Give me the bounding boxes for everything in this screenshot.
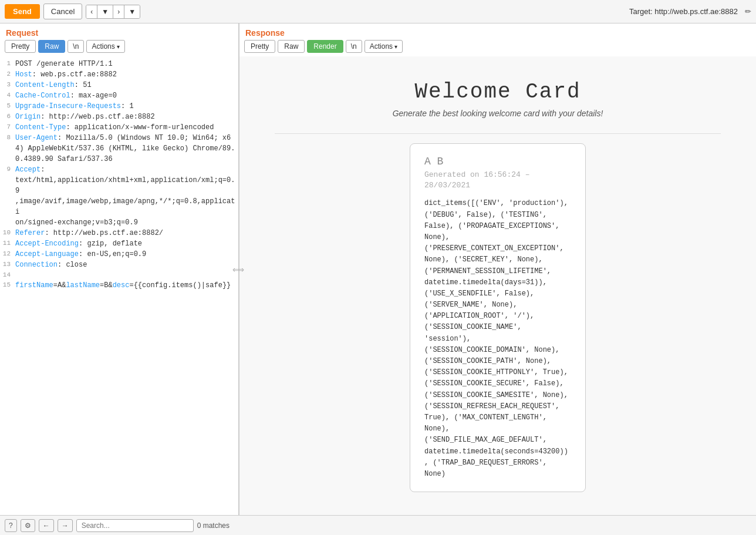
code-line: 3Content-Length: 51	[0, 80, 238, 90]
line-number: 11	[2, 238, 15, 249]
request-title: Request	[0, 23, 238, 40]
code-line: 4Cache-Control: max-age=0	[0, 90, 238, 101]
tab-request-actions[interactable]: Actions	[86, 40, 124, 53]
response-render-area: Welcome Card Generate the best looking w…	[239, 56, 756, 515]
line-content: Accept-Encoding: gzip, deflate	[15, 238, 142, 249]
code-line: 10Referer: http://web.ps.ctf.ae:8882/	[0, 228, 238, 238]
welcome-card-header: Welcome Card Generate the best looking w…	[251, 68, 744, 124]
cancel-button[interactable]: Cancel	[43, 4, 82, 19]
line-number: 6	[2, 112, 15, 122]
tab-response-pretty[interactable]: Pretty	[244, 40, 275, 53]
welcome-card-subtitle: Generate the best looking welcome card w…	[251, 109, 744, 118]
line-content: Content-Type: application/x-www-form-url…	[15, 122, 214, 133]
forward-button[interactable]: →	[58, 519, 73, 532]
line-number: 12	[2, 249, 15, 260]
line-number: 4	[2, 90, 15, 101]
card-name: A B	[424, 156, 571, 167]
response-tab-bar: Pretty Raw Render \n Actions	[239, 40, 756, 56]
line-number: 15	[2, 280, 15, 291]
tab-response-raw[interactable]: Raw	[278, 40, 305, 53]
line-number: 8	[2, 133, 15, 164]
code-line: 6Origin: http://web.ps.ctf.ae:8882	[0, 112, 238, 122]
line-number: 2	[2, 69, 15, 80]
card-separator	[275, 133, 721, 134]
code-line: 9Accept: text/html,application/xhtml+xml…	[0, 164, 238, 228]
line-number: 7	[2, 122, 15, 133]
panel-resizer[interactable]: ⟺	[236, 23, 241, 515]
resize-icon: ⟺	[232, 265, 244, 274]
target-info: Target: http://web.ps.ctf.ae:8882	[629, 7, 738, 16]
code-line: 1POST /generate HTTP/1.1	[0, 59, 238, 69]
line-content: Content-Length: 51	[15, 80, 92, 90]
line-number: 10	[2, 228, 15, 238]
line-number: 9	[2, 164, 15, 228]
line-content: Accept-Language: en-US,en;q=0.9	[15, 249, 146, 260]
line-content: Referer: http://web.ps.ctf.ae:8882/	[15, 228, 163, 238]
welcome-card-box: A B Generated on 16:56:24 – 28/03/2021 d…	[410, 143, 586, 492]
help-button[interactable]: ?	[5, 519, 17, 532]
pencil-icon[interactable]: ✏	[745, 7, 751, 16]
tab-request-newline[interactable]: \n	[68, 40, 84, 53]
main-area: Request Pretty Raw \n Actions 1POST /gen…	[0, 23, 756, 515]
code-line: 14	[0, 270, 238, 280]
nav-forward-down-button[interactable]: ▼	[124, 5, 140, 18]
line-content: Origin: http://web.ps.ctf.ae:8882	[15, 112, 155, 122]
nav-back-button[interactable]: ‹	[86, 5, 97, 18]
search-input[interactable]	[76, 519, 194, 532]
line-content: Cache-Control: max-age=0	[15, 90, 117, 101]
code-line: 8User-Agent: Mozilla/5.0 (Windows NT 10.…	[0, 133, 238, 164]
card-config-text: dict_items([('ENV', 'production'), ('DEB…	[424, 198, 571, 480]
request-code-area[interactable]: 1POST /generate HTTP/1.12Host: web.ps.ct…	[0, 56, 238, 515]
nav-forward-button[interactable]: ›	[113, 5, 124, 18]
line-number: 3	[2, 80, 15, 90]
matches-text: 0 matches	[197, 521, 230, 530]
tab-response-render[interactable]: Render	[307, 40, 343, 53]
welcome-card-title: Welcome Card	[251, 80, 744, 104]
code-line: 12Accept-Language: en-US,en;q=0.9	[0, 249, 238, 260]
send-button[interactable]: Send	[5, 4, 40, 19]
back-button[interactable]: ←	[39, 519, 54, 532]
line-number: 13	[2, 260, 15, 270]
tab-request-raw[interactable]: Raw	[38, 40, 65, 53]
bottom-bar: ? ⚙ ← → 0 matches	[0, 515, 756, 535]
line-content: firstName=A&lastName=B&desc={{config.ite…	[15, 280, 231, 291]
tab-response-newline[interactable]: \n	[346, 40, 362, 53]
tab-request-pretty[interactable]: Pretty	[5, 40, 36, 53]
top-toolbar: Send Cancel ‹ ▼ › ▼ Target: http://web.p…	[0, 0, 756, 23]
code-line: 2Host: web.ps.ctf.ae:8882	[0, 69, 238, 80]
request-tab-bar: Pretty Raw \n Actions	[0, 40, 238, 56]
card-date: Generated on 16:56:24 – 28/03/2021	[424, 170, 571, 191]
nav-down-button[interactable]: ▼	[97, 5, 113, 18]
line-content: Connection: close	[15, 260, 87, 270]
code-line: 11Accept-Encoding: gzip, deflate	[0, 238, 238, 249]
line-content: Host: web.ps.ctf.ae:8882	[15, 69, 117, 80]
code-line: 15firstName=A&lastName=B&desc={{config.i…	[0, 280, 238, 291]
code-line: 7Content-Type: application/x-www-form-ur…	[0, 122, 238, 133]
line-content: User-Agent: Mozilla/5.0 (Windows NT 10.0…	[15, 133, 236, 164]
line-content: POST /generate HTTP/1.1	[15, 59, 113, 69]
line-number: 5	[2, 101, 15, 112]
line-content: Accept: text/html,application/xhtml+xml,…	[15, 164, 236, 228]
line-number: 14	[2, 270, 15, 280]
request-panel: Request Pretty Raw \n Actions 1POST /gen…	[0, 23, 239, 515]
nav-button-group: ‹ ▼ › ▼	[86, 5, 140, 19]
settings-button[interactable]: ⚙	[21, 519, 35, 532]
line-number: 1	[2, 59, 15, 69]
code-line: 5Upgrade-Insecure-Requests: 1	[0, 101, 238, 112]
response-title: Response	[239, 23, 756, 40]
code-line: 13Connection: close	[0, 260, 238, 270]
line-content: Upgrade-Insecure-Requests: 1	[15, 101, 134, 112]
tab-response-actions[interactable]: Actions	[365, 40, 403, 53]
response-panel: Response Pretty Raw Render \n Actions We…	[239, 23, 756, 515]
